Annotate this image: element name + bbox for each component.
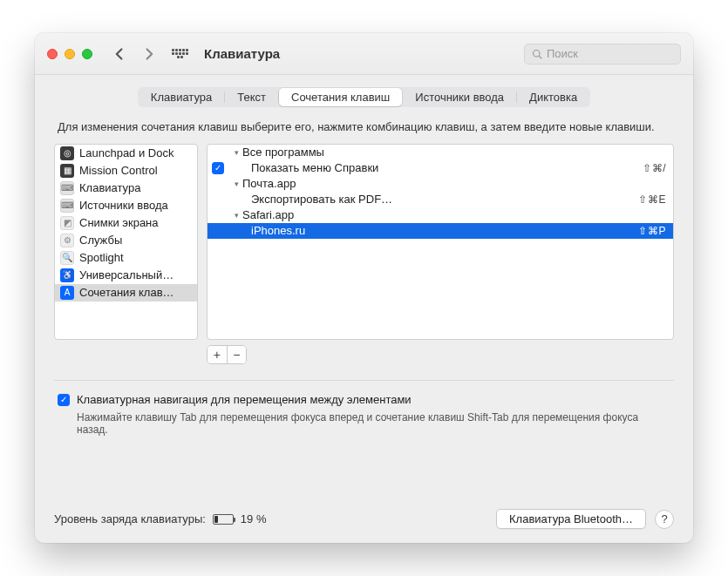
sidebar-item-label: Сочетания клав… [79,286,174,299]
keyboard-navigation-checkbox[interactable] [58,394,70,406]
window-title: Клавиатура [204,46,280,61]
sidebar-item-label: Mission Control [79,164,158,177]
tab-text[interactable]: Текст [225,88,278,106]
help-button[interactable]: ? [655,510,674,529]
shortcut-keys[interactable]: ⇧⌘/ [643,162,666,174]
disclosure-triangle-icon[interactable]: ▾ [232,211,241,220]
sidebar-item-launchpad[interactable]: ◎ Launchpad и Dock [55,145,197,162]
app-shortcuts-icon: A [60,286,74,300]
services-icon: ⚙ [60,234,74,247]
sidebar-item-label: Клавиатура [79,181,140,194]
sidebar-item-input-sources[interactable]: ⌨ Источники ввода [55,197,197,214]
tab-shortcuts[interactable]: Сочетания клавиш [279,88,402,106]
keyboard-battery: Уровень заряда клавиатуры: 19 % [54,512,266,525]
search-placeholder: Поиск [547,47,578,60]
option-description: Нажимайте клавишу Tab для перемещения фо… [77,411,670,436]
sidebar-item-label: Снимки экрана [79,216,159,229]
instruction-text: Для изменения сочетания клавиш выберите … [58,119,670,135]
tab-dictation[interactable]: Диктовка [517,88,589,106]
divider [54,380,674,381]
sidebar-item-label: Launchpad и Dock [79,146,173,159]
sidebar-item-label: Источники ввода [79,199,168,212]
sidebar-item-services[interactable]: ⚙ Службы [55,232,197,249]
footer: Уровень заряда клавиатуры: 19 % Клавиату… [54,497,674,529]
remove-button[interactable]: − [227,346,247,363]
search-icon [532,49,542,59]
screenshots-icon: ◩ [60,216,74,230]
sidebar-item-accessibility[interactable]: ♿ Универсальный… [55,267,197,284]
add-button[interactable]: + [208,346,227,363]
sidebar-item-mission-control[interactable]: ▦ Mission Control [55,162,197,180]
mission-control-icon: ▦ [60,164,74,178]
window-controls [47,49,92,59]
shortcut-list[interactable]: ▾ Все программы Показать меню Справки ⇧⌘… [207,144,674,340]
bluetooth-keyboard-button[interactable]: Клавиатура Bluetooth… [496,509,646,529]
group-all-apps[interactable]: ▾ Все программы [208,145,673,160]
launchpad-icon: ◎ [60,146,74,160]
sidebar-item-app-shortcuts[interactable]: A Сочетания клав… [55,284,197,302]
list-item[interactable]: iPhones.ru ⇧⌘P [208,223,673,239]
minimize-icon[interactable] [65,49,75,59]
sidebar-item-screenshots[interactable]: ◩ Снимки экрана [55,214,197,232]
search-input[interactable]: Поиск [524,44,681,64]
accessibility-icon: ♿ [60,268,74,282]
disclosure-triangle-icon[interactable]: ▾ [232,180,241,188]
list-item[interactable]: Показать меню Справки ⇧⌘/ [208,160,673,176]
shortcut-keys[interactable]: ⇧⌘P [638,225,666,237]
input-sources-icon: ⌨ [60,199,74,213]
svg-point-0 [534,50,541,57]
tab-keyboard[interactable]: Клавиатура [139,88,224,106]
sidebar-item-keyboard[interactable]: ⌨ Клавиатура [55,180,197,197]
add-remove-control: + − [207,345,247,364]
sidebar-item-spotlight[interactable]: 🔍 Spotlight [55,249,197,267]
show-all-icon[interactable] [171,45,188,63]
keyboard-icon: ⌨ [60,181,74,195]
svg-line-1 [539,56,541,58]
titlebar: Клавиатура Поиск [35,33,693,75]
category-sidebar[interactable]: ◎ Launchpad и Dock ▦ Mission Control ⌨ К… [54,144,198,340]
back-button[interactable] [110,44,131,64]
tab-bar: Клавиатура Текст Сочетания клавиш Источн… [54,87,674,107]
tab-input-sources[interactable]: Источники ввода [403,88,516,106]
group-safari[interactable]: ▾ Safari.app [208,207,673,223]
zoom-icon[interactable] [82,49,92,59]
battery-label: Уровень заряда клавиатуры: [54,512,206,525]
list-item[interactable]: Экспортировать как PDF… ⇧⌘E [208,192,673,207]
keyboard-navigation-option: Клавиатурная навигация для перемещения м… [54,393,674,406]
panes: ◎ Launchpad и Dock ▦ Mission Control ⌨ К… [54,144,674,340]
close-icon[interactable] [47,49,58,59]
sidebar-item-label: Универсальный… [79,268,173,281]
shortcut-keys[interactable]: ⇧⌘E [638,193,666,206]
system-preferences-window: Клавиатура Поиск Клавиатура Текст Сочета… [35,33,693,543]
enable-checkbox[interactable] [212,162,224,174]
spotlight-icon: 🔍 [60,251,74,265]
forward-button[interactable] [138,44,159,64]
sidebar-item-label: Spotlight [79,251,124,264]
option-label: Клавиатурная навигация для перемещения м… [77,393,412,406]
battery-icon [213,514,234,525]
battery-percent: 19 % [241,512,267,525]
group-mail[interactable]: ▾ Почта.app [208,176,673,192]
sidebar-item-label: Службы [79,234,122,247]
disclosure-triangle-icon[interactable]: ▾ [232,148,241,157]
content-area: Клавиатура Текст Сочетания клавиш Источн… [35,75,693,543]
segmented-control: Клавиатура Текст Сочетания клавиш Источн… [138,87,590,107]
